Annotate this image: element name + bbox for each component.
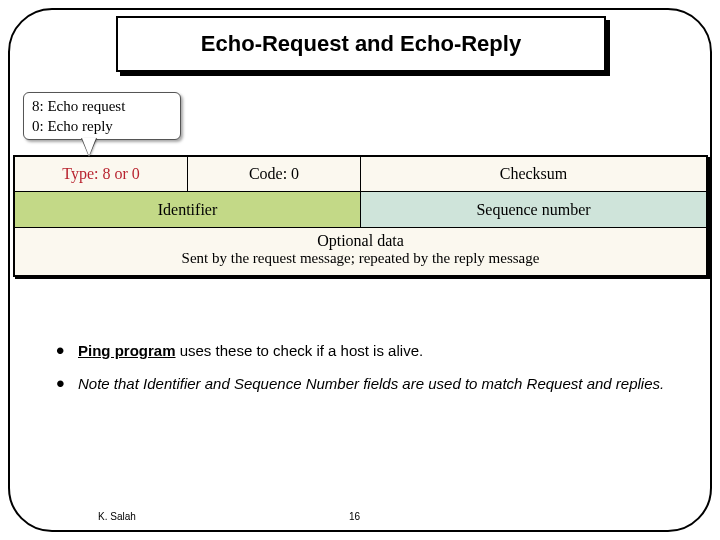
- field-type: Type: 8 or 0: [15, 157, 188, 191]
- packet-row-2: Identifier Sequence number: [15, 191, 706, 227]
- optional-data-sub: Sent by the request message; repeated by…: [15, 250, 706, 267]
- field-checksum: Checksum: [361, 157, 706, 191]
- slide-title: Echo-Request and Echo-Reply: [201, 31, 521, 57]
- slide: Echo-Request and Echo-Reply 8: Echo requ…: [0, 0, 720, 540]
- packet-row-1: Type: 8 or 0 Code: 0 Checksum: [15, 157, 706, 191]
- field-identifier: Identifier: [15, 191, 361, 227]
- footer-page: 16: [349, 511, 360, 522]
- optional-data-title: Optional data: [15, 232, 706, 250]
- callout-line1: 8: Echo request: [32, 97, 172, 117]
- bullet-1: Ping program uses these to check if a ho…: [56, 342, 666, 361]
- field-code: Code: 0: [188, 157, 361, 191]
- callout-box: 8: Echo request 0: Echo reply: [23, 92, 181, 140]
- bullet-1-rest: uses these to check if a host is alive.: [176, 342, 424, 359]
- footer-author: K. Salah: [98, 511, 136, 522]
- bullet-2: Note that Identifier and Sequence Number…: [56, 375, 666, 394]
- callout-line2: 0: Echo reply: [32, 117, 172, 137]
- packet-diagram: Type: 8 or 0 Code: 0 Checksum Identifier…: [13, 155, 708, 277]
- bullet-list: Ping program uses these to check if a ho…: [56, 342, 666, 408]
- callout-tail: [82, 138, 96, 156]
- title-box: Echo-Request and Echo-Reply: [116, 16, 606, 72]
- field-sequence: Sequence number: [361, 191, 706, 227]
- packet-row-3: Optional data Sent by the request messag…: [15, 227, 706, 275]
- bullet-1-strong: Ping program: [78, 342, 176, 359]
